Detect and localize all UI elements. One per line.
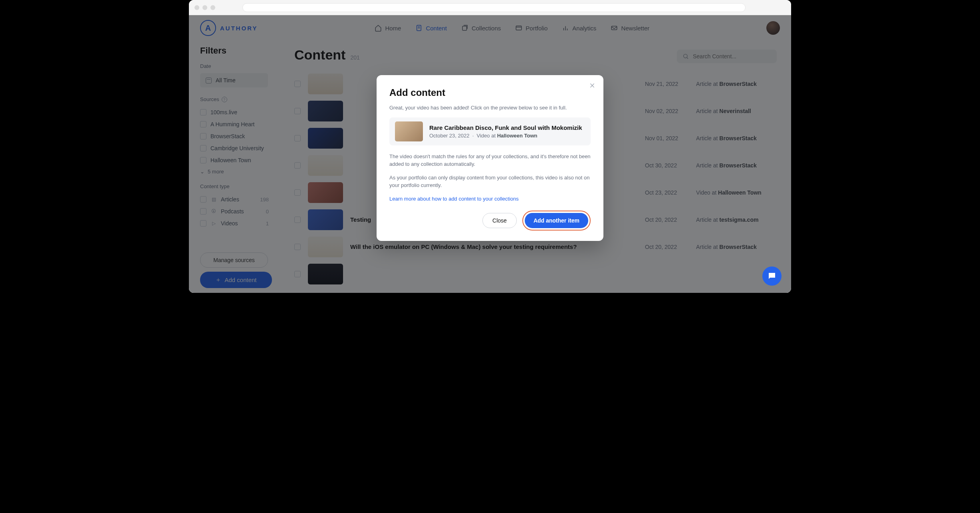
preview-title: Rare Caribbean Disco, Funk and Soul with… [429, 124, 582, 131]
learn-more-link[interactable]: Learn more about how to add content to y… [389, 196, 519, 202]
preview-meta: October 23, 2022 · Video at Halloween To… [429, 133, 582, 139]
modal-overlay[interactable]: Add content Great, your video has been a… [189, 15, 791, 293]
modal-footer: Close Add another item [389, 211, 591, 231]
modal-intro-text: Great, your video has been added! Click … [389, 104, 591, 112]
modal-info-2: As your portfolio can only display conte… [389, 174, 591, 189]
preview-thumbnail [395, 121, 423, 141]
traffic-light-close[interactable] [194, 5, 199, 10]
add-content-modal: Add content Great, your video has been a… [377, 75, 603, 241]
traffic-light-min[interactable] [202, 5, 207, 10]
close-button[interactable]: Close [482, 213, 517, 228]
chat-icon [767, 271, 777, 281]
add-another-item-button[interactable]: Add another item [525, 213, 588, 228]
modal-info-1: The video doesn't match the rules for an… [389, 153, 591, 168]
modal-title: Add content [389, 87, 591, 98]
content-preview-card[interactable]: Rare Caribbean Disco, Funk and Soul with… [389, 117, 591, 145]
intercom-chat-button[interactable] [762, 266, 782, 286]
app-root: A AUTHORY Home Content Collections [189, 15, 791, 293]
browser-window: A AUTHORY Home Content Collections [189, 0, 791, 293]
close-icon [589, 82, 595, 89]
modal-close-button[interactable] [589, 82, 595, 89]
traffic-light-max[interactable] [210, 5, 215, 10]
browser-chrome [189, 0, 791, 15]
callout-highlight: Add another item [522, 211, 591, 231]
url-bar[interactable] [242, 3, 746, 12]
